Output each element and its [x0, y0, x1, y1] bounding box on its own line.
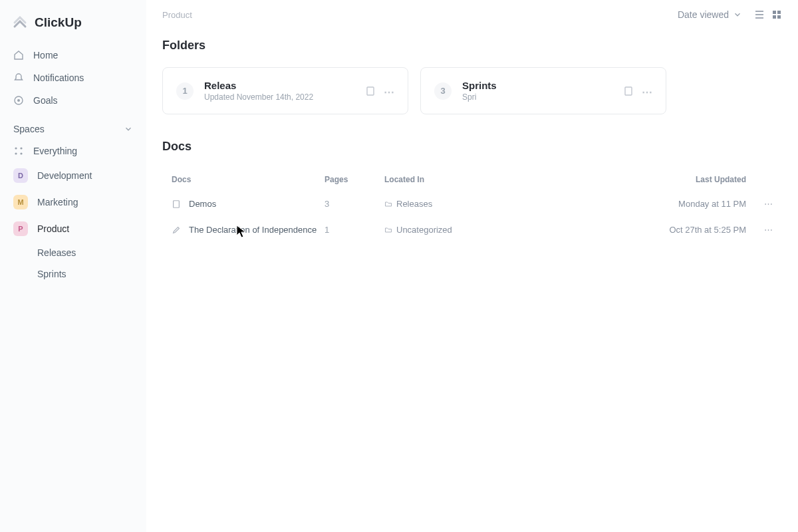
- main-content: Product Date viewed Folders 1 Releas Upd…: [146, 0, 798, 532]
- sidebar-space-product[interactable]: P Product: [0, 215, 146, 242]
- space-label: Development: [37, 170, 92, 181]
- folder-icon: [384, 226, 392, 234]
- svg-rect-11: [625, 87, 632, 95]
- space-label: Marketing: [37, 197, 78, 207]
- more-icon[interactable]: ⋯: [384, 86, 394, 96]
- svg-rect-9: [777, 15, 781, 19]
- folder-icon: [384, 200, 392, 208]
- col-header-updated[interactable]: Last Updated: [626, 175, 746, 184]
- chevron-down-icon: [124, 124, 133, 134]
- docs-section-title: Docs: [162, 140, 782, 154]
- top-right-controls: Date viewed: [678, 9, 782, 20]
- folder-card-sprints[interactable]: 3 Sprints Spri ⋯: [420, 67, 666, 114]
- nav-label: Goals: [33, 95, 58, 106]
- grid-view-button[interactable]: [771, 9, 782, 20]
- sidebar-sub-releases[interactable]: Releases: [0, 242, 146, 263]
- svg-rect-7: [777, 11, 781, 14]
- doc-location[interactable]: Uncategorized: [396, 225, 452, 235]
- bell-icon: [13, 72, 24, 83]
- grid-dots-icon: [13, 146, 24, 156]
- topbar: Product Date viewed: [162, 9, 782, 20]
- nav-label: Notifications: [33, 72, 84, 83]
- docs-table: Docs Pages Located In Last Updated Demos…: [162, 168, 782, 243]
- row-more-button[interactable]: ⋯: [746, 199, 773, 209]
- svg-point-3: [20, 147, 22, 149]
- doc-add-icon[interactable]: [365, 86, 376, 96]
- sort-dropdown[interactable]: Date viewed: [678, 9, 742, 20]
- doc-updated: Monday at 11 PM: [626, 199, 746, 209]
- space-badge: M: [13, 195, 28, 209]
- doc-location[interactable]: Releases: [396, 199, 432, 209]
- folder-count: 1: [176, 82, 194, 100]
- table-row[interactable]: The Declaration of Independence 1 Uncate…: [162, 217, 782, 243]
- doc-updated: Oct 27th at 5:25 PM: [626, 225, 746, 235]
- doc-pages: 3: [325, 199, 384, 209]
- sidebar: ClickUp Home Notifications Goals Spaces …: [0, 0, 146, 532]
- sidebar-sub-sprints[interactable]: Sprints: [0, 263, 146, 285]
- col-header-pages[interactable]: Pages: [325, 175, 384, 184]
- list-view-button[interactable]: [754, 9, 765, 20]
- target-icon: [13, 95, 24, 106]
- folders-section-title: Folders: [162, 39, 782, 53]
- folder-date: Updated November 14th, 2022: [204, 92, 354, 102]
- breadcrumb[interactable]: Product: [162, 10, 192, 20]
- nav-home[interactable]: Home: [0, 44, 146, 66]
- nav-label: Home: [33, 50, 58, 61]
- brand-name: ClickUp: [35, 15, 82, 30]
- sub-label: Releases: [37, 247, 76, 258]
- svg-point-1: [17, 99, 20, 102]
- pen-icon: [172, 225, 181, 235]
- space-label: Everything: [33, 146, 77, 156]
- sidebar-space-development[interactable]: D Development: [0, 162, 146, 189]
- svg-rect-8: [773, 15, 776, 19]
- space-badge: P: [13, 221, 28, 236]
- sort-label-text: Date viewed: [678, 9, 729, 20]
- svg-point-4: [15, 152, 17, 154]
- svg-rect-6: [773, 11, 776, 14]
- sub-label: Sprints: [37, 269, 66, 279]
- doc-name: Demos: [189, 199, 216, 209]
- space-badge: D: [13, 168, 28, 183]
- folder-count: 3: [434, 82, 452, 100]
- clickup-logo-icon: [12, 15, 28, 31]
- more-icon[interactable]: ⋯: [642, 86, 652, 96]
- table-header: Docs Pages Located In Last Updated: [162, 168, 782, 191]
- sidebar-space-everything[interactable]: Everything: [0, 140, 146, 162]
- svg-point-2: [15, 147, 17, 149]
- folder-name: Releas: [204, 80, 354, 91]
- brand-logo[interactable]: ClickUp: [0, 9, 146, 44]
- table-row[interactable]: Demos 3 Releases Monday at 11 PM ⋯: [162, 191, 782, 217]
- folders-row: 1 Releas Updated November 14th, 2022 ⋯ 3…: [162, 67, 782, 114]
- folder-name: Sprints: [462, 80, 612, 91]
- chevron-down-icon: [733, 10, 742, 19]
- folder-card-releases[interactable]: 1 Releas Updated November 14th, 2022 ⋯: [162, 67, 408, 114]
- doc-name: The Declaration of Independence: [189, 225, 317, 235]
- row-more-button[interactable]: ⋯: [746, 225, 773, 235]
- spaces-header[interactable]: Spaces: [0, 112, 146, 140]
- nav-goals[interactable]: Goals: [0, 89, 146, 112]
- document-icon: [172, 200, 181, 209]
- svg-rect-12: [174, 200, 180, 207]
- svg-rect-10: [367, 87, 374, 95]
- space-label: Product: [37, 223, 69, 234]
- doc-add-icon[interactable]: [623, 86, 634, 96]
- col-header-located[interactable]: Located In: [384, 175, 626, 184]
- spaces-label: Spaces: [13, 124, 45, 134]
- sidebar-space-marketing[interactable]: M Marketing: [0, 189, 146, 215]
- home-icon: [13, 50, 24, 61]
- doc-pages: 1: [325, 225, 384, 235]
- nav-notifications[interactable]: Notifications: [0, 66, 146, 89]
- folder-date: Spri: [462, 92, 612, 102]
- col-header-docs[interactable]: Docs: [172, 175, 325, 184]
- svg-point-5: [20, 152, 22, 154]
